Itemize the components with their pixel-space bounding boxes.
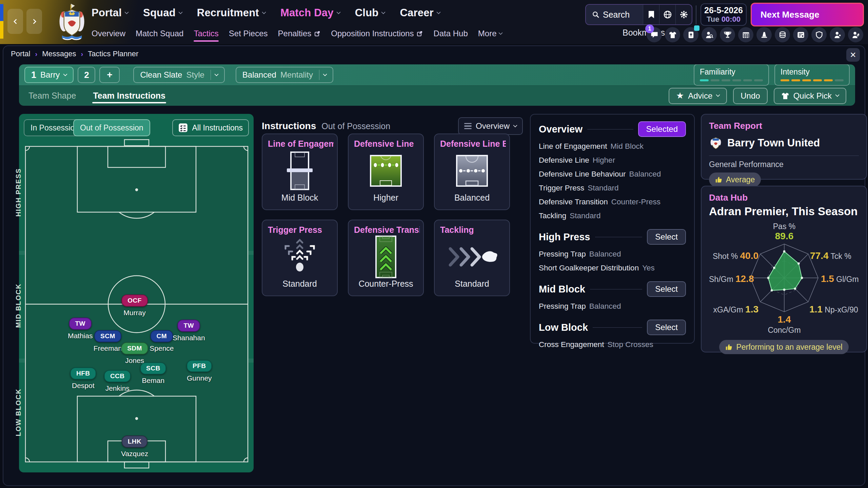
card-defensive-line[interactable]: Defensive Line Higher (348, 134, 424, 210)
player-cm[interactable]: CM Spence (150, 330, 174, 352)
star-icon: ★ (676, 90, 684, 101)
player-pfb[interactable]: PFB Gunney (186, 360, 212, 382)
notes-button[interactable] (643, 5, 659, 24)
subtab-match-squad[interactable]: Match Squad (136, 29, 183, 40)
mentality-dropdown[interactable]: BalancedMentality (236, 67, 333, 83)
top-navigation-bar: Portal Squad Recruitment Match Day Club … (0, 0, 868, 44)
overview-selected-button[interactable]: Selected (638, 121, 686, 137)
role-badge: SDM (121, 342, 148, 354)
player-ccb[interactable]: CCB Jenkins (104, 370, 131, 392)
player-scm[interactable]: SCM Freeman (94, 330, 122, 352)
radar-axis-shgm: Sh/Gm 12.8 (709, 273, 748, 284)
inbox-button[interactable]: 1 (647, 27, 662, 42)
add-tactic-button[interactable]: + (99, 67, 120, 83)
subtab-opposition-instructions[interactable]: Opposition Instructions (331, 29, 423, 40)
back-button[interactable] (7, 9, 23, 34)
search-input[interactable]: Search (586, 5, 643, 24)
close-button[interactable]: ✕ (846, 48, 860, 62)
settings-button[interactable] (675, 5, 692, 24)
player-name: Gunney (187, 374, 212, 382)
time-value: Tue 00:00 (707, 15, 741, 23)
mid-block-select-button[interactable]: Select (647, 281, 686, 297)
coins-icon (778, 31, 787, 39)
tactic-slot-1-dropdown[interactable]: 1 Barry (24, 67, 74, 83)
edge-flag-yellow (0, 21, 3, 39)
role-badge: SCM (94, 330, 121, 342)
all-instructions-button[interactable]: All Instructions (172, 119, 249, 136)
subtab-more[interactable]: More (478, 29, 502, 40)
player-lhk[interactable]: LHK Vazquez (121, 435, 148, 458)
subtab-data-hub[interactable]: Data Hub (433, 29, 468, 40)
tab-team-instructions[interactable]: Team Instructions (92, 86, 166, 105)
menu-recruitment[interactable]: Recruitment (197, 7, 265, 19)
player-name: Freeman (94, 344, 122, 352)
menu-career[interactable]: Career (400, 7, 440, 19)
planner-icon (852, 31, 860, 39)
scouting-button[interactable] (702, 27, 717, 42)
breadcrumb-tactics-planner[interactable]: Tactics Planner (88, 49, 138, 58)
breadcrumb-messages[interactable]: Messages (42, 49, 76, 58)
defensive-line-behaviour-icon (453, 149, 491, 193)
tactic-slot-2-button[interactable]: 2 (78, 67, 95, 83)
trigger-press-icon (279, 235, 320, 279)
club-info-button[interactable] (793, 27, 808, 42)
breadcrumb-portal[interactable]: Portal (11, 49, 30, 58)
player-name: Jenkins (105, 384, 130, 392)
tactic-header-bar: 1 Barry 2 + Clean SlateStyle BalancedMen… (19, 64, 855, 106)
tactics-planner-window: Portal › Messages › Tactics Planner ✕ 1 … (3, 45, 865, 486)
player-ocf[interactable]: OCF Murray (121, 294, 148, 317)
pitch-panel: In Possession Out of Possession All Inst… (19, 114, 254, 472)
next-message-button[interactable]: Next Message (751, 3, 864, 26)
menu-club[interactable]: Club (355, 7, 385, 19)
high-press-select-button[interactable]: Select (647, 229, 686, 245)
menu-squad[interactable]: Squad (143, 7, 182, 19)
card-tackling[interactable]: Tackling Standard (434, 220, 510, 296)
transfers-button[interactable] (683, 27, 698, 42)
subtab-overview[interactable]: Overview (92, 29, 125, 40)
forward-button[interactable] (26, 9, 42, 34)
chevron-down-icon (716, 93, 720, 97)
player-name: Shanahan (173, 334, 205, 342)
style-dropdown[interactable]: Clean SlateStyle (133, 67, 224, 83)
staff-button[interactable] (830, 27, 845, 42)
player-scb[interactable]: SCB Beman (140, 362, 166, 385)
training-button[interactable] (756, 27, 772, 42)
external-link-icon (416, 30, 423, 37)
defensive-transition-icon (374, 235, 398, 279)
low-block-select-button[interactable]: Select (647, 320, 686, 335)
competitions-button[interactable] (720, 27, 735, 42)
player-tw-left[interactable]: TW Mathias (68, 318, 93, 340)
card-defensive-line-behaviour[interactable]: Defensive Line Behavio Balanced (434, 134, 510, 210)
zone-label-low-block: LOW BLOCK (15, 388, 22, 436)
player-hfb[interactable]: HFB Despot (70, 367, 96, 390)
advice-dropdown[interactable]: ★ Advice (669, 88, 727, 104)
menu-portal[interactable]: Portal (92, 7, 128, 19)
squad-planner-button[interactable] (848, 27, 863, 42)
view-mode-dropdown[interactable]: Overview (458, 117, 523, 135)
world-button[interactable] (659, 5, 675, 24)
player-tw-right[interactable]: TW Shanahan (173, 320, 205, 342)
card-line-of-engagement[interactable]: Line of Engagement Mid Block (262, 134, 338, 210)
player-sdm[interactable]: SDM Jones (121, 342, 148, 365)
tab-team-shape[interactable]: Team Shape (28, 86, 77, 105)
role-badge: OCF (121, 294, 148, 307)
card-defensive-transition[interactable]: Defensive Transition Counter-Press (348, 220, 424, 296)
search-icon (592, 11, 599, 18)
menu-match-day[interactable]: Match Day (280, 7, 340, 19)
finances-button[interactable] (775, 27, 790, 42)
player-name: Vazquez (121, 450, 148, 458)
zone-label-mid-block: MID BLOCK (15, 283, 22, 328)
cone-icon (760, 31, 768, 39)
subtab-tactics[interactable]: Tactics (194, 29, 218, 40)
out-of-possession-toggle[interactable]: Out of Possession (73, 119, 150, 136)
subtab-set-pieces[interactable]: Set Pieces (229, 29, 268, 40)
player-name: Beman (142, 377, 165, 385)
club-badge-button[interactable] (811, 27, 827, 42)
radar-axis-xga: xGA/Gm 1.3 (709, 304, 758, 315)
squad-button[interactable] (665, 27, 680, 42)
undo-button[interactable]: Undo (733, 88, 767, 104)
quick-pick-dropdown[interactable]: Quick Pick (774, 88, 846, 104)
subtab-penalties[interactable]: Penalties (278, 29, 321, 40)
schedule-button[interactable] (738, 27, 753, 42)
card-trigger-press[interactable]: Trigger Press Standard (262, 220, 338, 296)
